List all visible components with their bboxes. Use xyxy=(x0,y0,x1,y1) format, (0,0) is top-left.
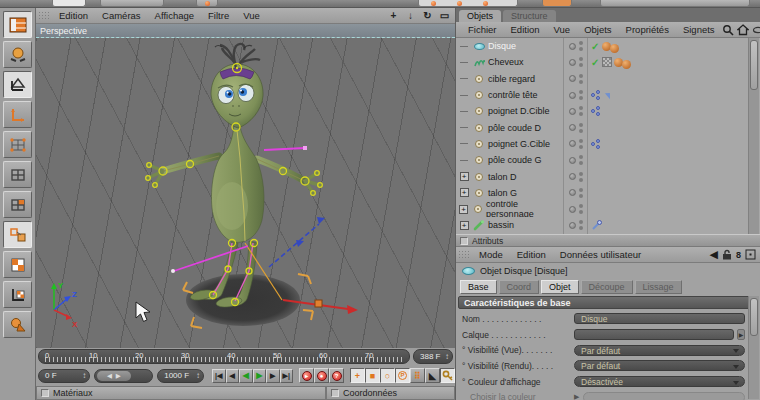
object-row-pole-coude-d[interactable]: pôle coude D xyxy=(456,119,760,135)
expand-icon[interactable]: + xyxy=(460,221,469,230)
visibility-dots[interactable] xyxy=(564,217,588,233)
panel-menu-icon[interactable] xyxy=(745,249,756,260)
texture-mode-icon[interactable] xyxy=(3,251,32,278)
am-menu-edition[interactable]: Edition xyxy=(510,249,553,260)
object-list-scrollbar[interactable] xyxy=(748,38,759,234)
viewport-canvas[interactable]: Y Z X xyxy=(36,38,455,348)
visibility-dots[interactable] xyxy=(564,168,588,184)
attr-tab-base[interactable]: Base xyxy=(460,280,497,294)
tab-objets[interactable]: Objets xyxy=(459,10,501,22)
xpresso-tag-icon[interactable] xyxy=(591,106,601,116)
visibilite-vue-dropdown[interactable]: Par défaut xyxy=(574,345,745,356)
attributes-scrollbar[interactable] xyxy=(748,296,759,399)
expand-icon[interactable]: + xyxy=(460,172,469,181)
couleur-affichage-dropdown[interactable]: Désactivée xyxy=(574,376,745,387)
current-frame-field[interactable]: 0 F↕ xyxy=(38,369,90,383)
constraint-tag-icon[interactable] xyxy=(591,220,602,231)
color-expand-arrow[interactable]: ▶ xyxy=(574,393,579,400)
visibility-dots[interactable] xyxy=(564,119,588,135)
history-back-icon[interactable]: ◀ xyxy=(710,248,718,261)
prev-frame-button[interactable]: ◀ xyxy=(226,369,240,383)
attr-tab-coord[interactable]: Coord xyxy=(499,280,540,294)
object-row-cheveux[interactable]: Cheveux ✓ xyxy=(456,54,760,70)
lock-icon[interactable] xyxy=(722,249,732,260)
key-parameter-toggle[interactable]: P xyxy=(395,368,410,383)
visibility-dots[interactable] xyxy=(564,103,588,119)
object-row-cible-regard[interactable]: cible regard xyxy=(456,71,760,87)
object-row-poignet-g[interactable]: poignet G.Cible xyxy=(456,136,760,152)
rotate-view-icon[interactable]: ↻ xyxy=(421,10,434,21)
object-row-pole-coude-g[interactable]: pôle coude G xyxy=(456,152,760,168)
object-row-controle-tete[interactable]: contrôle tête xyxy=(456,87,760,103)
link-icon[interactable]: 8 xyxy=(736,250,741,260)
max-frame-field[interactable]: 1000 F↕ xyxy=(157,369,204,383)
search-icon[interactable] xyxy=(722,24,734,36)
xpresso-tag-icon[interactable] xyxy=(591,90,601,100)
attr-tab-objet[interactable]: Objet xyxy=(541,280,579,294)
eye-icon[interactable] xyxy=(752,24,760,36)
record-keyframe-button[interactable]: ▸ xyxy=(299,368,314,383)
attributes-panel-header[interactable]: Attributs xyxy=(456,234,760,247)
play-reverse-button[interactable]: ◀ xyxy=(239,369,253,383)
object-row-controle-personnage[interactable]: + contrôle personnage xyxy=(456,201,760,217)
object-row-disque[interactable]: Disque ✓ xyxy=(456,38,760,54)
pin-tag-icon[interactable] xyxy=(605,91,613,100)
om-menu-fichier[interactable]: Fichier xyxy=(461,24,504,35)
home-icon[interactable] xyxy=(737,24,749,36)
panel-grip[interactable] xyxy=(458,250,469,260)
om-menu-objets[interactable]: Objets xyxy=(577,24,618,35)
autokey-button[interactable]: ? xyxy=(329,368,344,383)
menu-edition[interactable]: Edition xyxy=(52,10,95,21)
menu-cameras[interactable]: Caméras xyxy=(95,10,148,21)
spinner-icon[interactable]: ↕ xyxy=(82,371,86,380)
menu-vue[interactable]: Vue xyxy=(236,10,267,21)
enabled-check-icon[interactable]: ✓ xyxy=(591,57,599,68)
calque-input[interactable] xyxy=(574,329,734,340)
texture-tag-icon[interactable] xyxy=(622,60,631,69)
slider-handle[interactable]: ◀ ▶ xyxy=(97,371,131,381)
expand-icon[interactable]: + xyxy=(459,205,468,214)
maximize-view-icon[interactable]: ▭ xyxy=(438,10,451,21)
layer-browse-button[interactable]: ▶ xyxy=(737,329,745,340)
xpresso-tag-icon[interactable] xyxy=(591,139,601,149)
animation-objects-icon[interactable] xyxy=(3,311,32,338)
visibility-dots[interactable] xyxy=(564,54,588,70)
visibility-dots[interactable] xyxy=(564,136,588,152)
panel-checkbox-icon[interactable] xyxy=(460,237,468,245)
visibility-dots[interactable] xyxy=(564,152,588,168)
am-menu-donnees[interactable]: Données utilisateur xyxy=(553,249,648,260)
record-objects-button[interactable]: ● xyxy=(314,368,329,383)
key-pla-toggle[interactable]: ⠿ xyxy=(410,368,425,383)
object-row-poignet-d[interactable]: poignet D.Cible xyxy=(456,103,760,119)
play-forward-button[interactable]: ▶ xyxy=(253,369,267,383)
visibilite-rendu-dropdown[interactable]: Par défaut xyxy=(574,360,745,371)
visibility-dots[interactable] xyxy=(564,87,588,103)
dolly-view-icon[interactable]: ↓ xyxy=(404,10,417,21)
end-frame-field[interactable]: 388 F↕ xyxy=(413,349,453,364)
display-tag-icon[interactable] xyxy=(602,57,612,67)
edges-mode-icon[interactable] xyxy=(3,161,32,188)
am-menu-mode[interactable]: Mode xyxy=(472,249,510,260)
key-filter-button[interactable]: ◣ xyxy=(425,368,440,383)
points-mode-icon[interactable] xyxy=(3,131,32,158)
visibility-dots[interactable] xyxy=(564,201,588,217)
goto-start-button[interactable]: |◀ xyxy=(212,369,226,383)
layout-icon[interactable] xyxy=(3,11,32,38)
panel-checkbox-icon[interactable] xyxy=(41,389,49,397)
visibility-dots[interactable] xyxy=(564,185,588,201)
section-header[interactable]: Caractéristiques de base xyxy=(458,296,750,309)
pan-view-icon[interactable]: + xyxy=(387,10,400,21)
tab-structure[interactable]: Structure xyxy=(503,10,556,22)
om-menu-vue[interactable]: Vue xyxy=(547,24,578,35)
om-menu-edition[interactable]: Edition xyxy=(504,24,547,35)
object-axis-mode-icon[interactable] xyxy=(3,101,32,128)
model-mode-icon[interactable] xyxy=(3,71,32,98)
nom-input[interactable]: Disque xyxy=(574,313,745,324)
key-rotation-toggle[interactable]: ○ xyxy=(380,368,395,383)
texture-tag-icon[interactable] xyxy=(610,44,619,53)
key-position-toggle[interactable]: + xyxy=(350,368,365,383)
frame-range-slider[interactable]: ◀ ▶ xyxy=(94,369,153,383)
enabled-check-icon[interactable]: ✓ xyxy=(591,41,599,52)
polygons-mode-icon[interactable] xyxy=(3,191,32,218)
panel-checkbox-icon[interactable] xyxy=(331,389,339,397)
